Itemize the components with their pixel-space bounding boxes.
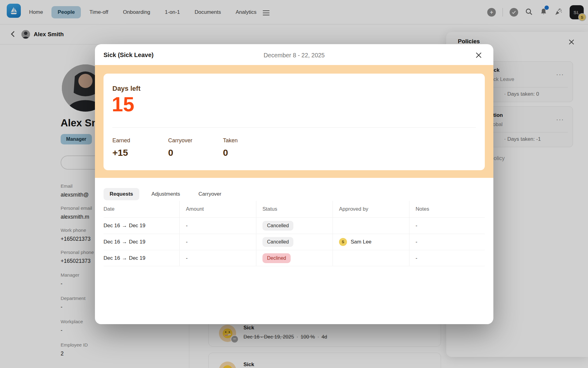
arrow-right-icon: → bbox=[120, 223, 129, 229]
cell-amount: - bbox=[179, 218, 256, 234]
modal-date-range: December 8 - 22, 2025 bbox=[95, 52, 493, 59]
cell-date: Dec 16→Dec 19 bbox=[104, 250, 179, 266]
stat-value: 0 bbox=[168, 148, 192, 158]
col-header-amount: Amount bbox=[179, 201, 256, 217]
leave-details-modal: Sick (Sick Leave) December 8 - 22, 2025 … bbox=[95, 44, 493, 324]
arrow-right-icon: → bbox=[120, 239, 129, 245]
summary-card: Days left 15 Earned +15 Carryover 0 Take… bbox=[104, 74, 485, 170]
cell-status: Cancelled bbox=[256, 234, 333, 250]
days-left-value: 15 bbox=[112, 93, 134, 116]
stat-label: Taken bbox=[223, 137, 238, 144]
cell-status: Declined bbox=[256, 250, 333, 266]
cell-date: Dec 16→Dec 19 bbox=[104, 218, 179, 234]
cell-approved-by bbox=[333, 250, 409, 266]
table-header-row: Date Amount Status Approved by Notes bbox=[104, 201, 485, 217]
stat-label: Carryover bbox=[168, 137, 192, 144]
summary-divider bbox=[112, 127, 476, 128]
stat-value: 0 bbox=[223, 148, 238, 158]
tab-carryover[interactable]: Carryover bbox=[192, 188, 228, 200]
col-header-date: Date bbox=[104, 201, 179, 217]
stat-label: Earned bbox=[112, 137, 130, 144]
stat-value: +15 bbox=[112, 148, 130, 158]
arrow-right-icon: → bbox=[120, 255, 129, 261]
approver-avatar: S bbox=[339, 238, 347, 246]
days-left-label: Days left bbox=[112, 85, 141, 93]
table-row[interactable]: Dec 16→Dec 19 - Declined - bbox=[104, 250, 485, 266]
approver-name: Sam Lee bbox=[351, 239, 371, 245]
table-row[interactable]: Dec 16→Dec 19 - Cancelled - bbox=[104, 217, 485, 234]
tab-requests[interactable]: Requests bbox=[104, 188, 139, 200]
col-header-notes: Notes bbox=[409, 201, 485, 217]
stat-carryover: Carryover 0 bbox=[168, 137, 192, 158]
col-header-status: Status bbox=[256, 201, 333, 217]
app-root: Home People Time-off Onboarding 1-on-1 D… bbox=[0, 0, 588, 368]
tab-adjustments[interactable]: Adjustments bbox=[145, 188, 187, 200]
stat-taken: Taken 0 bbox=[223, 137, 238, 158]
cell-status: Cancelled bbox=[256, 218, 333, 234]
cell-approved-by: SSam Lee bbox=[333, 234, 409, 250]
cell-amount: - bbox=[179, 250, 256, 266]
status-badge: Declined bbox=[262, 253, 291, 263]
status-badge: Cancelled bbox=[262, 237, 293, 247]
modal-close-icon[interactable] bbox=[475, 52, 482, 59]
cell-notes: - bbox=[409, 234, 485, 250]
status-badge: Cancelled bbox=[262, 221, 293, 231]
cell-amount: - bbox=[179, 234, 256, 250]
cell-date: Dec 16→Dec 19 bbox=[104, 234, 179, 250]
requests-table: Date Amount Status Approved by Notes Dec… bbox=[104, 201, 485, 266]
cell-notes: - bbox=[409, 218, 485, 234]
stat-earned: Earned +15 bbox=[112, 137, 130, 158]
col-header-approved-by: Approved by bbox=[333, 201, 409, 217]
cell-approved-by bbox=[333, 218, 409, 234]
cell-notes: - bbox=[409, 250, 485, 266]
table-row[interactable]: Dec 16→Dec 19 - Cancelled SSam Lee - bbox=[104, 234, 485, 250]
modal-tabs: Requests Adjustments Carryover bbox=[104, 188, 228, 200]
